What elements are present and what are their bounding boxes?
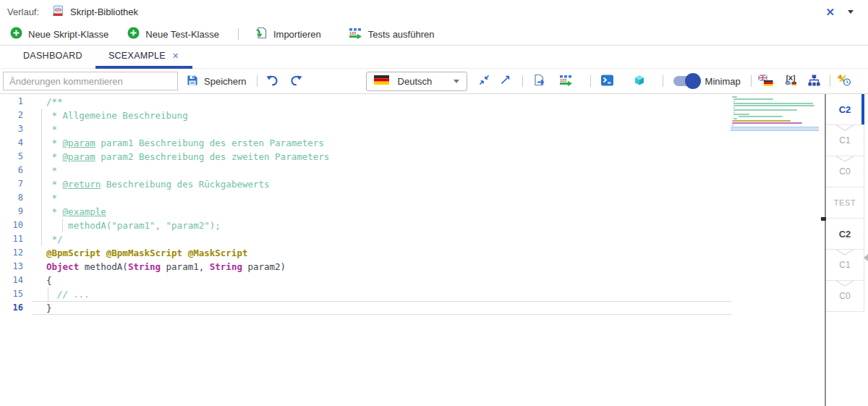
chevron-down-icon bbox=[835, 250, 854, 255]
code-text: * @param param1 Beschreibung des ersten … bbox=[27, 136, 324, 150]
sidebar-button-label: C2 bbox=[839, 104, 851, 115]
minimap-line bbox=[732, 118, 817, 119]
expand-editor-button[interactable] bbox=[500, 75, 511, 88]
minimap-toggle[interactable] bbox=[673, 76, 699, 86]
code-line-14[interactable]: 14{ bbox=[0, 274, 825, 287]
export-script-button[interactable] bbox=[533, 74, 546, 88]
new-script-class-label: Neue Skript-Klasse bbox=[28, 29, 109, 40]
sidebar-button-c1-1[interactable]: C1 bbox=[826, 125, 864, 156]
tab-close-icon[interactable]: ✕ bbox=[172, 52, 179, 60]
german-flag-icon bbox=[374, 75, 389, 87]
separator bbox=[590, 75, 591, 87]
code-line-1[interactable]: 1/** bbox=[0, 95, 825, 109]
undo-button[interactable] bbox=[266, 75, 279, 88]
sidebar-button-c2-0[interactable]: C2 bbox=[826, 94, 864, 125]
code-line-5[interactable]: 5 * @param param2 Beschreibung des zweit… bbox=[0, 150, 825, 164]
sidebar-button-label: TEST bbox=[834, 198, 856, 207]
code-text: */ bbox=[27, 232, 63, 246]
code-line-11[interactable]: 11 */ bbox=[0, 232, 825, 246]
code-line-7[interactable]: 7 * @return Beschreibung des Rückgabewer… bbox=[0, 177, 825, 191]
minimap-viewport[interactable] bbox=[731, 127, 819, 131]
hierarchy-button[interactable] bbox=[808, 75, 820, 88]
sidebar-button-test-3[interactable]: TEST bbox=[826, 187, 864, 219]
close-icon[interactable]: ✕ bbox=[825, 7, 835, 17]
code-text: * Allgemeine Beschreibung bbox=[27, 109, 188, 122]
minimap-line bbox=[732, 103, 817, 104]
sidebar-button-c2-4[interactable]: C2 bbox=[826, 219, 864, 250]
collapse-editor-button[interactable] bbox=[479, 75, 490, 88]
comment-input[interactable] bbox=[3, 72, 178, 90]
redo-button[interactable] bbox=[289, 75, 302, 88]
minimap[interactable] bbox=[732, 96, 817, 131]
line-number: 2 bbox=[0, 109, 27, 122]
sidebar-button-label: C1 bbox=[839, 260, 850, 270]
indent-guide bbox=[62, 219, 63, 232]
line-number: 6 bbox=[0, 164, 27, 177]
collapse-icon bbox=[479, 75, 490, 88]
code-text: @BpmScript @BpmMaskScript @MaskScript bbox=[27, 246, 247, 260]
translate-flags-button[interactable] bbox=[758, 75, 773, 88]
code-line-6[interactable]: 6 * bbox=[0, 164, 825, 177]
run-tests-button[interactable]: 123 Tests ausführen bbox=[349, 28, 435, 41]
code-text: { bbox=[27, 274, 52, 287]
code-line-13[interactable]: 13Object methodA(String param1, String p… bbox=[0, 260, 825, 274]
new-script-class-button[interactable]: Neue Skript-Klasse bbox=[10, 27, 109, 41]
variable-translate-button[interactable]: [X] bbox=[783, 74, 799, 88]
sidebar-button-c0-6[interactable]: C0 bbox=[826, 281, 864, 312]
chevron-down-icon bbox=[835, 281, 854, 287]
code-line-9[interactable]: 9 * @example bbox=[0, 205, 825, 219]
sidebar-button-c0-2[interactable]: C0 bbox=[826, 156, 864, 187]
code-line-15[interactable]: 15 // ... bbox=[0, 287, 825, 301]
chevron-down-icon bbox=[454, 80, 459, 83]
code-line-4[interactable]: 4 * @param param1 Beschreibung des erste… bbox=[0, 136, 825, 150]
code-line-2[interactable]: 2 * Allgemeine Beschreibung bbox=[0, 109, 825, 122]
history-label: Verlauf: bbox=[7, 7, 39, 17]
save-button[interactable]: Speichern bbox=[187, 75, 247, 88]
import-button[interactable]: Importieren bbox=[255, 27, 321, 41]
script-library-icon: </> bbox=[52, 5, 64, 19]
cube-icon bbox=[634, 75, 645, 88]
minimap-line bbox=[732, 114, 817, 115]
coverage-sidebar-cells: C2C1C0TESTC2C1C0 bbox=[826, 94, 864, 312]
svg-text:123: 123 bbox=[349, 30, 356, 35]
line-number: 3 bbox=[0, 122, 27, 136]
terminal-button[interactable] bbox=[601, 75, 613, 88]
language-select[interactable]: Deutsch bbox=[366, 72, 467, 91]
sidebar-button-label: C2 bbox=[839, 229, 851, 240]
sidebar-button-c1-5[interactable]: C1 bbox=[826, 250, 864, 281]
line-number: 4 bbox=[0, 136, 27, 150]
tab-dashboard[interactable]: DASHBOARD bbox=[10, 46, 95, 69]
sidebar-button-label: C1 bbox=[839, 135, 850, 145]
svg-text:[X]: [X] bbox=[786, 74, 795, 82]
minimap-line bbox=[732, 116, 817, 117]
plus-circle-icon bbox=[10, 27, 22, 41]
cube-button[interactable] bbox=[634, 75, 645, 88]
code-text: } bbox=[27, 301, 52, 315]
code-line-12[interactable]: 12@BpmScript @BpmMaskScript @MaskScript bbox=[0, 246, 825, 260]
save-icon bbox=[187, 75, 198, 88]
action-bar: Neue Skript-Klasse Neue Test-Klasse Impo… bbox=[0, 23, 868, 46]
tab-scexample[interactable]: SCEXAMPLE ✕ bbox=[95, 46, 192, 69]
chevron-down-icon[interactable] bbox=[848, 10, 854, 14]
minimap-lines bbox=[732, 96, 817, 130]
breadcrumb-title: Skript-Bibliothek bbox=[70, 7, 138, 17]
breadcrumb[interactable]: </> Skript-Bibliothek bbox=[52, 5, 138, 19]
sidebar-collapse-icon[interactable] bbox=[864, 254, 868, 261]
run-tests-toolbar-button[interactable]: 123 bbox=[559, 75, 573, 88]
line-number: 9 bbox=[0, 205, 27, 219]
new-test-class-button[interactable]: Neue Test-Klasse bbox=[127, 27, 219, 41]
svg-text:123: 123 bbox=[560, 77, 566, 82]
code-line-10[interactable]: 10 methodA("param1", "param2"); bbox=[0, 219, 825, 232]
code-text: * bbox=[27, 191, 57, 205]
code-line-3[interactable]: 3 * bbox=[0, 122, 825, 136]
code-text: * @return Beschreibung des Rückgabewerts bbox=[27, 177, 270, 191]
run-tests-icon: 123 bbox=[559, 75, 573, 88]
code-line-8[interactable]: 8 * bbox=[0, 191, 825, 205]
separator bbox=[238, 28, 239, 40]
maintenance-button[interactable] bbox=[837, 74, 851, 88]
tab-scexample-label: SCEXAMPLE bbox=[109, 51, 166, 61]
code-editor[interactable]: 1/**2 * Allgemeine Beschreibung3 *4 * @p… bbox=[0, 94, 825, 406]
code-line-16[interactable]: 16} bbox=[0, 301, 825, 315]
code-text: methodA("param1", "param2"); bbox=[27, 219, 221, 232]
line-number: 1 bbox=[0, 95, 27, 109]
